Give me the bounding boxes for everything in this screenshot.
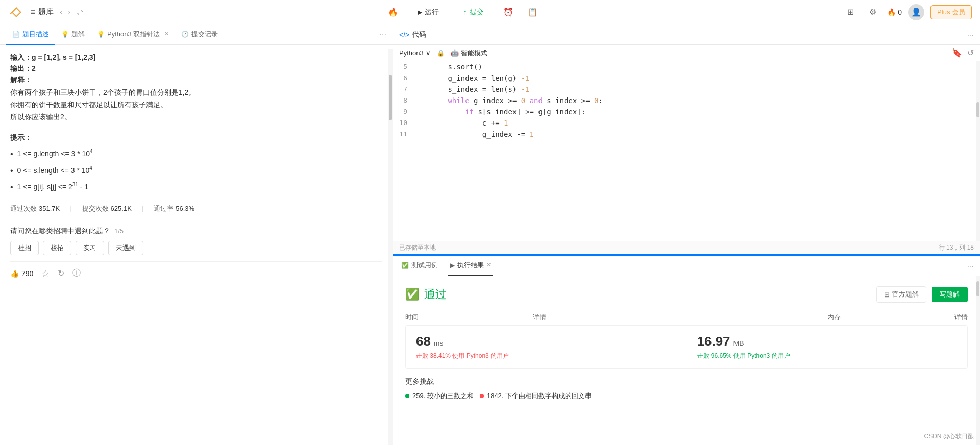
time-detail-link[interactable]: 详情: [533, 313, 827, 322]
code-line-7: 7 s_index = len(s) -1: [393, 84, 980, 95]
logo-icon[interactable]: [8, 4, 24, 20]
tab-sol-label: 题解: [71, 30, 85, 39]
info-button[interactable]: ⓘ: [72, 268, 81, 279]
line-content-10: c += 1: [413, 117, 980, 129]
tab-description[interactable]: 📄 题目描述: [6, 24, 55, 45]
hint-text-1: 1 <= g.length <= 3 * 104: [17, 149, 93, 158]
challenge-item-2[interactable]: 1842. 下个由相同数字构成的回文串: [480, 391, 592, 401]
tag-intern[interactable]: 实习: [76, 241, 104, 255]
lang-label: Python3: [399, 49, 424, 57]
main-layout: 📄 题目描述 💡 题解 💡 Python3 双指针法 ✕ 🕐 提交记录 ··· …: [0, 24, 980, 445]
pass-count-stat: 通过次数 351.7K: [10, 204, 60, 213]
line-content-5: s.sort(): [413, 61, 980, 72]
hint-item-1: 1 <= g.length <= 3 * 104: [10, 149, 382, 160]
code-title-text: 代码: [412, 30, 426, 39]
submit-button[interactable]: ↑ 提交: [455, 5, 492, 20]
time-label: 时间: [405, 313, 419, 322]
code-line-6: 6 g_index = len(g) -1: [393, 72, 980, 84]
code-status-left: 已存储至本地: [399, 243, 436, 252]
run-button[interactable]: ▶ 运行: [409, 5, 447, 20]
pass-check-icon: ✅: [405, 288, 419, 301]
lock-icon: 🔒: [437, 50, 445, 57]
code-line-5: 5 s.sort(): [393, 61, 980, 72]
result-tab-testcase[interactable]: ✅ 测试用例: [399, 256, 440, 276]
code-line-11: 11 g_index -= 1: [393, 129, 980, 140]
code-scrollbar[interactable]: [976, 61, 980, 241]
code-angle-icon: </>: [399, 31, 409, 39]
tag-campus[interactable]: 校招: [43, 241, 71, 255]
result-tab-result[interactable]: ▶ 执行结果 ✕: [448, 256, 493, 276]
line-num-7: 7: [393, 84, 413, 95]
result-scrollbar[interactable]: [976, 276, 980, 445]
refresh-button[interactable]: ↻: [58, 268, 64, 278]
tab-py-close[interactable]: ✕: [164, 31, 169, 37]
left-tab-more[interactable]: ···: [380, 30, 386, 39]
nav-next-arrow[interactable]: ›: [68, 8, 70, 16]
official-btn-label: 官方题解: [892, 290, 919, 299]
official-solution-btn[interactable]: ⊞ 官方题解: [876, 286, 926, 303]
ai-icon: 🤖: [451, 49, 459, 57]
settings-button[interactable]: ⚙: [865, 4, 881, 20]
flame-count: 0: [898, 8, 902, 16]
gear-icon: ⚙: [869, 7, 876, 17]
lang-select[interactable]: Python3 ∨: [399, 49, 431, 57]
star-button[interactable]: ☆: [41, 268, 50, 279]
undo-btn[interactable]: ↺: [967, 48, 974, 58]
challenge-dot-2: [480, 394, 484, 398]
memory-detail-link[interactable]: 详情: [954, 313, 968, 322]
ai-mode-label: 智能模式: [461, 48, 487, 58]
challenge-dot-1: [405, 394, 409, 398]
bookmark-btn[interactable]: 🔖: [952, 48, 962, 58]
tab-python-solution[interactable]: 💡 Python3 双指针法 ✕: [91, 24, 175, 45]
avatar[interactable]: 👤: [908, 4, 924, 20]
line-num-6: 6: [393, 72, 413, 84]
code-section: </> 代码 ··· Python3 ∨ 🔒 🤖 智能模式 🔖 ↺: [393, 24, 980, 256]
like-button[interactable]: 👍 790: [10, 269, 33, 278]
play-icon: ▶: [418, 9, 422, 16]
tag-social[interactable]: 社招: [10, 241, 39, 255]
plus-member-button[interactable]: Plus 会员: [930, 5, 972, 19]
like-count: 790: [21, 269, 33, 278]
tab-desc-label: 题目描述: [22, 30, 49, 39]
nav-prev-arrow[interactable]: ‹: [60, 8, 62, 16]
pass-rate-label: 通过率: [154, 204, 174, 213]
chevron-down-icon: ∨: [426, 49, 431, 57]
upload-icon: ↑: [463, 8, 467, 16]
code-editor[interactable]: 5 s.sort() 6 g_index = len(g) -1 7 s_ind…: [393, 61, 980, 241]
code-line-9: 9 if s[s_index] >= g[g_index]:: [393, 106, 980, 117]
tab-history[interactable]: 🕐 提交记录: [175, 24, 224, 45]
layout-button[interactable]: ⊞: [842, 4, 859, 20]
write-solution-btn[interactable]: 写题解: [932, 287, 968, 302]
hint-list: 1 <= g.length <= 3 * 104 0 <= s.length <…: [10, 149, 382, 193]
bulb-icon-sol: 💡: [61, 31, 69, 38]
metrics-row: 68 ms 击败 38.41% 使用 Python3 的用户 16.97 MB: [405, 325, 968, 369]
doc-icon: 📄: [12, 31, 20, 38]
tag-none[interactable]: 未遇到: [108, 241, 143, 255]
code-more-btn[interactable]: ···: [968, 31, 974, 39]
pass-count-val: 351.7K: [39, 205, 60, 212]
memory-label: 内存: [827, 313, 841, 322]
ai-mode[interactable]: 🤖 智能模式: [451, 48, 487, 58]
timer-button[interactable]: ⏰: [500, 4, 517, 20]
submit-label: 提交: [470, 8, 484, 17]
tab-solution[interactable]: 💡 题解: [55, 24, 91, 45]
survey-title-text: 请问您在哪类招聘中遇到此题？: [10, 227, 110, 236]
submit-count-val: 625.1K: [111, 205, 132, 212]
nav-right: ⊞ ⚙ 🔥 0 👤 Plus 会员: [842, 4, 972, 20]
stats-bar: 通过次数 351.7K | 提交次数 625.1K | 通过率 56.3%: [10, 199, 382, 218]
code-status: 已存储至本地 行 13，列 18: [393, 241, 980, 254]
run-icon: ▶: [450, 262, 455, 269]
code-line-8: 8 while g_index >= 0 and s_index >= 0:: [393, 95, 980, 106]
pass-rate-stat: 通过率 56.3%: [154, 204, 194, 213]
left-scrollbar[interactable]: [388, 49, 393, 445]
line-content-9: if s[s_index] >= g[g_index]:: [413, 106, 980, 117]
fire-button[interactable]: 🔥: [385, 4, 401, 20]
pass-text: 通过: [424, 287, 447, 302]
result-tab-close[interactable]: ✕: [486, 262, 491, 268]
result-more-btn[interactable]: ···: [968, 262, 974, 270]
run-label: 运行: [425, 8, 439, 17]
code-toolbar: Python3 ∨ 🔒 🤖 智能模式 🔖 ↺: [393, 45, 980, 61]
challenge-item-1[interactable]: 259. 较小的三数之和: [405, 391, 474, 401]
nav-shuffle-icon[interactable]: ⇌: [77, 7, 83, 17]
note-button[interactable]: 📋: [525, 4, 541, 20]
